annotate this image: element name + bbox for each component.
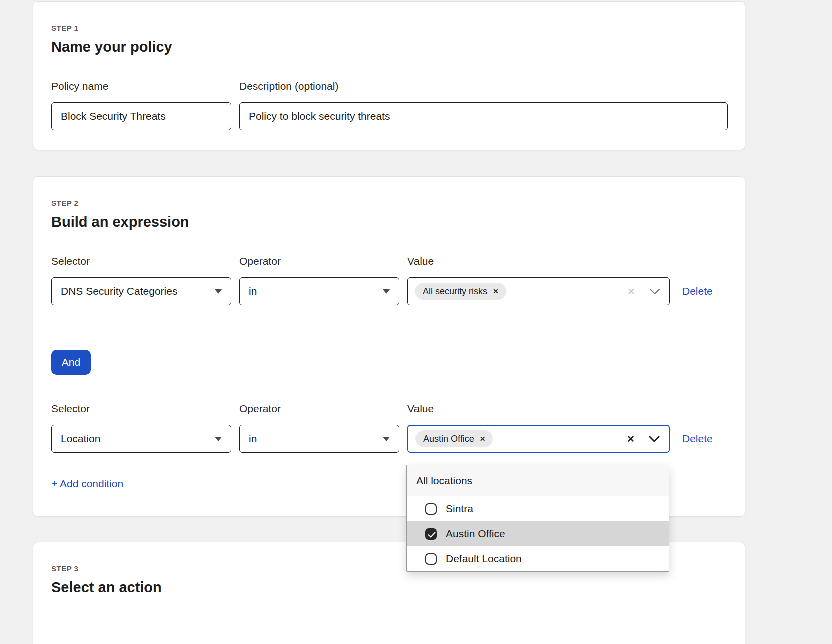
add-condition-link[interactable]: + Add condition: [51, 478, 123, 490]
operator-dropdown-row2[interactable]: in: [239, 425, 399, 453]
value-tag: All security risks ✕: [415, 283, 506, 300]
step2-step-label: STEP 2: [51, 199, 728, 207]
location-dropdown-menu: All locations Sintra Austin Office Defau…: [406, 465, 669, 572]
chevron-down-icon[interactable]: [649, 436, 660, 442]
selector-value-row1: DNS Security Categories: [61, 285, 177, 297]
value-tag-label: Austin Office: [423, 434, 474, 444]
chevron-down-icon: [383, 289, 390, 294]
policy-name-input[interactable]: [51, 102, 231, 130]
selector-column-label: Selector: [51, 255, 231, 267]
operator-column-label-2: Operator: [239, 403, 399, 415]
chevron-down-icon: [215, 289, 222, 294]
clear-value-icon[interactable]: ✕: [627, 286, 635, 297]
value-column-label-2: Value: [407, 403, 670, 415]
delete-row1-button[interactable]: Delete: [682, 285, 713, 297]
chevron-down-icon: [215, 437, 222, 441]
step1-card: STEP 1 Name your policy Policy name Desc…: [33, 1, 745, 150]
operator-dropdown-row1[interactable]: in: [239, 277, 399, 305]
dropdown-option-label: Default Location: [446, 553, 522, 565]
dropdown-option-sintra[interactable]: Sintra: [407, 496, 669, 521]
operator-value-row2: in: [249, 433, 257, 445]
description-label: Description (optional): [239, 80, 728, 92]
remove-tag-icon[interactable]: ✕: [480, 435, 486, 443]
step3-title: Select an action: [51, 579, 728, 596]
and-button[interactable]: And: [51, 350, 91, 375]
expression-row-1: DNS Security Categories in All security …: [51, 277, 728, 305]
checkbox-icon[interactable]: [425, 528, 437, 540]
dropdown-option-all-locations[interactable]: All locations: [407, 465, 669, 496]
value-tag: Austin Office ✕: [415, 430, 493, 447]
dropdown-option-label: Sintra: [446, 503, 473, 515]
value-tag-label: All security risks: [423, 286, 487, 297]
step2-title: Build an expression: [51, 214, 728, 230]
step1-title: Name your policy: [51, 39, 728, 55]
step1-step-label: STEP 1: [51, 24, 728, 32]
value-multiselect-row1[interactable]: All security risks ✕ ✕: [407, 277, 670, 305]
remove-tag-icon[interactable]: ✕: [493, 287, 499, 295]
checkbox-icon[interactable]: [425, 503, 437, 515]
checkbox-icon[interactable]: [425, 553, 437, 565]
dropdown-option-austin-office[interactable]: Austin Office: [407, 521, 669, 546]
clear-value-icon[interactable]: ✕: [627, 433, 635, 445]
value-multiselect-row2[interactable]: Austin Office ✕ ✕: [407, 425, 670, 453]
delete-row2-button[interactable]: Delete: [682, 433, 713, 445]
policy-name-label: Policy name: [51, 80, 231, 92]
dropdown-option-label: Austin Office: [446, 528, 505, 540]
selector-value-row2: Location: [61, 433, 100, 445]
operator-value-row1: in: [249, 285, 257, 297]
description-input[interactable]: [239, 102, 728, 130]
chevron-down-icon[interactable]: [649, 288, 660, 295]
chevron-down-icon: [383, 437, 390, 441]
selector-column-label-2: Selector: [51, 403, 231, 415]
expression-row-2: Location in Austin Office ✕ ✕ Delete: [51, 425, 728, 453]
selector-dropdown-row1[interactable]: DNS Security Categories: [51, 277, 231, 305]
selector-dropdown-row2[interactable]: Location: [51, 425, 231, 453]
dropdown-option-default-location[interactable]: Default Location: [407, 546, 669, 571]
value-column-label: Value: [407, 255, 670, 267]
operator-column-label: Operator: [239, 255, 399, 267]
